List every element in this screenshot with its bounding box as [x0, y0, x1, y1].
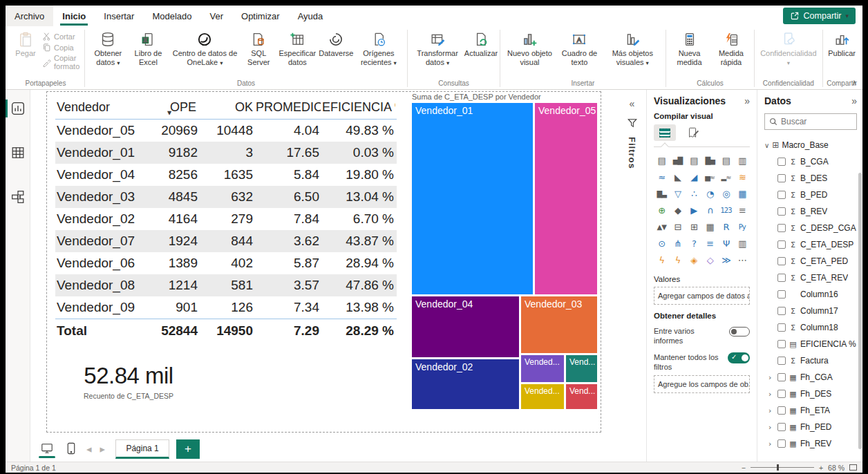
- expand-filters-icon[interactable]: «: [630, 98, 635, 109]
- paste-button[interactable]: Pegar: [10, 29, 41, 58]
- field-item-B_CGA[interactable]: Σ B_CGA: [764, 153, 857, 170]
- treemap-block[interactable]: Vendedor_02: [412, 359, 519, 409]
- field-checkbox[interactable]: [777, 423, 786, 431]
- data-view-button[interactable]: [6, 144, 30, 162]
- format-painter-button[interactable]: Copiar formato: [42, 54, 82, 70]
- field-checkbox[interactable]: [777, 174, 786, 182]
- visual-icon-qa-visual[interactable]: ?: [686, 236, 701, 252]
- menu-inicio[interactable]: Inicio: [53, 6, 95, 26]
- visual-icon-r-script-visual[interactable]: R: [718, 219, 733, 235]
- chevron-right-icon[interactable]: ›: [768, 423, 775, 432]
- visual-icon-stacked-column-chart[interactable]: ▅█: [670, 153, 685, 169]
- table-row[interactable]: Vendedor_05 20969 10448 4.04 49.83 %: [55, 120, 397, 142]
- visual-icon-donut-chart[interactable]: ◎: [718, 186, 733, 202]
- fit-to-page-icon[interactable]: [849, 464, 857, 471]
- treemap-block[interactable]: Vendedor_01: [412, 103, 533, 294]
- menu-optimizar[interactable]: Optimizar: [232, 6, 289, 26]
- visual-icon-paginated-report[interactable]: ▥: [735, 236, 750, 252]
- field-item-Fh_ETA[interactable]: › ▦ Fh_ETA: [764, 402, 857, 419]
- transform-data-button[interactable]: Transformar datos ▾: [411, 29, 464, 66]
- field-checkbox[interactable]: [777, 307, 786, 315]
- table-row[interactable]: Vendedor_06 1389 402 5.87 28.94 %: [55, 252, 397, 274]
- field-checkbox[interactable]: [777, 340, 786, 348]
- field-checkbox[interactable]: [777, 207, 786, 216]
- visual-icon-smart-narrative[interactable]: ≡: [702, 236, 717, 252]
- field-item-Fh_CGA[interactable]: › ▦ Fh_CGA: [764, 369, 857, 386]
- collapse-ribbon-icon[interactable]: ∧: [852, 79, 857, 86]
- field-item-C_DESP_CGA[interactable]: Σ C_DESP_CGA: [764, 220, 857, 236]
- treemap-block[interactable]: Vended...: [521, 355, 564, 382]
- field-item-EFICIENCIA %[interactable]: ▤ EFICIENCIA %: [764, 336, 857, 352]
- visual-icon-arcgis-map[interactable]: ◈: [686, 252, 701, 268]
- search-box[interactable]: [764, 113, 857, 130]
- menu-ver[interactable]: Ver: [201, 6, 233, 26]
- treemap-block[interactable]: Vended...: [521, 384, 564, 409]
- field-checkbox[interactable]: [777, 406, 786, 415]
- visual-icon-more-visuals[interactable]: ⋯: [735, 252, 750, 268]
- field-item-B_REV[interactable]: Σ B_REV: [764, 203, 857, 220]
- visual-icon-line-clustered-column-chart[interactable]: ▂≈: [718, 169, 733, 185]
- visual-icon-multi-row-card[interactable]: ≡: [735, 202, 750, 218]
- table-row[interactable]: Vendedor_03 4845 632 6.50 13.04 %: [55, 186, 397, 208]
- table-row[interactable]: Vendedor_04 8256 1635 5.84 19.80 %: [55, 164, 397, 186]
- publish-button[interactable]: Publicar: [825, 29, 858, 58]
- page-tab[interactable]: Página 1: [115, 439, 169, 459]
- column-header[interactable]: Vendedor: [55, 100, 151, 115]
- column-header-sorted[interactable]: OPE▼: [151, 100, 199, 115]
- visual-icon-card[interactable]: 123: [718, 202, 733, 218]
- visual-icon-matrix[interactable]: ▦: [702, 219, 717, 235]
- visual-icon-funnel-chart[interactable]: ▽: [670, 186, 685, 202]
- visual-icon-gauge[interactable]: ∩: [702, 202, 717, 218]
- refresh-button[interactable]: Actualizar: [465, 29, 497, 58]
- visual-icon-clustered-bar-chart[interactable]: ▤: [686, 153, 701, 169]
- add-page-button[interactable]: +: [176, 439, 200, 459]
- visual-icon-dynamic-slicer[interactable]: ϟ: [670, 252, 685, 268]
- treemap-visual[interactable]: Suma de C_ETA_DESP por Vendedor Vendedor…: [412, 93, 597, 409]
- cross-report-toggle[interactable]: [729, 327, 750, 336]
- field-item-Column16[interactable]: Column16: [764, 286, 857, 303]
- text-box-button[interactable]: A Cuadro de texto: [557, 29, 602, 66]
- sensitivity-button[interactable]: Confidencialidad▾: [757, 29, 819, 66]
- field-checkbox[interactable]: [777, 274, 786, 282]
- report-view-button[interactable]: [6, 99, 30, 117]
- field-checkbox[interactable]: [777, 240, 786, 249]
- table-row[interactable]: Vendedor_09 901 126 7.34 13.98 %: [55, 296, 397, 319]
- treemap-block[interactable]: Vend...: [566, 355, 597, 382]
- treemap-block[interactable]: Vendedor_03: [521, 296, 597, 353]
- chevron-expanded-icon[interactable]: ∨: [764, 142, 769, 149]
- field-checkbox[interactable]: [777, 290, 786, 298]
- field-checkbox[interactable]: [777, 257, 786, 265]
- onelake-hub-button[interactable]: Centro de datos de OneLake ▾: [168, 29, 242, 66]
- field-item-Fh_PED[interactable]: › ▦ Fh_PED: [764, 419, 857, 435]
- next-page-arrow[interactable]: ▸: [100, 443, 106, 455]
- chevron-right-icon[interactable]: ›: [768, 439, 775, 448]
- menu-ayuda[interactable]: Ayuda: [289, 6, 332, 26]
- recent-sources-button[interactable]: Orígenes recientes ▾: [352, 29, 404, 66]
- visual-icon-slicer[interactable]: ⊟: [670, 219, 685, 235]
- field-checkbox[interactable]: [777, 390, 786, 398]
- visual-icon-power-apps[interactable]: ◇: [702, 252, 717, 268]
- field-item-C_ETA_DESP[interactable]: Σ C_ETA_DESP: [764, 236, 857, 253]
- visual-icon-100-stacked-bar-chart[interactable]: ▤: [718, 153, 733, 169]
- field-item-Factura[interactable]: Σ Factura: [764, 352, 857, 369]
- dataverse-button[interactable]: Dataverse: [320, 29, 352, 58]
- visual-icon-filled-map[interactable]: ◆: [670, 202, 685, 218]
- visual-icon-table[interactable]: ⊞: [686, 219, 701, 235]
- new-measure-button[interactable]: Nueva medida: [669, 29, 710, 66]
- tab-build-visual[interactable]: [654, 124, 676, 141]
- model-view-button[interactable]: [6, 188, 30, 206]
- keep-filters-toggle[interactable]: ✓: [728, 352, 750, 363]
- drillthrough-field-well[interactable]: Agregue los campos de ob...: [654, 375, 750, 393]
- table-visual[interactable]: Vendedor OPE▼ OK PROMEDIO EFICIENCIA % V…: [55, 95, 397, 342]
- sql-server-button[interactable]: SQL Server: [243, 29, 274, 66]
- column-header[interactable]: OK: [199, 100, 254, 115]
- expand-panel-icon[interactable]: »: [744, 95, 750, 106]
- cut-button[interactable]: Cortar: [42, 32, 82, 41]
- field-item-C_ETA_PED[interactable]: Σ C_ETA_PED: [764, 253, 857, 269]
- desktop-layout-button[interactable]: [37, 441, 57, 458]
- visual-icon-pie-chart[interactable]: ◔: [702, 186, 717, 202]
- field-item-B_PED[interactable]: Σ B_PED: [764, 187, 857, 203]
- search-input[interactable]: [781, 117, 843, 126]
- field-item-B_DES[interactable]: Σ B_DES: [764, 170, 857, 187]
- field-item-Fh_DES[interactable]: › ▦ Fh_DES: [764, 386, 857, 402]
